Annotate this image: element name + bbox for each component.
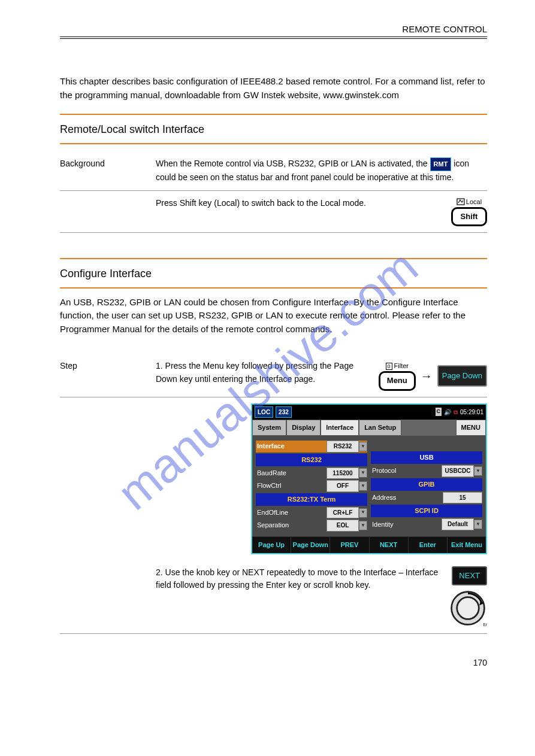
field-flowctrl-value: OFF xyxy=(327,480,359,492)
svg-rect-0 xyxy=(457,199,464,205)
tab-lan[interactable]: Lan Setup xyxy=(359,420,401,436)
footer-pageup[interactable]: Page Up xyxy=(252,537,291,553)
menu-key-label: Menu xyxy=(379,371,416,390)
tab-display[interactable]: Display xyxy=(286,420,321,436)
battery-icon: C xyxy=(436,408,442,416)
field-eol[interactable]: EndOfLine CR+LF▼ xyxy=(256,507,367,519)
network-icon: ⧉ xyxy=(454,408,458,417)
usb-header: USB xyxy=(371,451,482,464)
rmt-icon: RMT xyxy=(430,157,452,171)
shift-key: Local Shift xyxy=(451,197,487,226)
speaker-icon: 🔊 xyxy=(444,408,451,417)
field-protocol[interactable]: Protocol USBCDC▼ xyxy=(371,465,482,477)
field-identity-value: Default xyxy=(442,518,474,530)
svg-point-2 xyxy=(457,597,479,620)
device-screenshot: LOC 232 C 🔊 ⧉ 05:29:01 System Display In… xyxy=(251,403,487,554)
shift-key-above: Local xyxy=(466,197,482,207)
pagedown-button: Page Down xyxy=(437,365,487,387)
field-interface-value: RS232 xyxy=(327,441,359,453)
intro-text: This chapter describes basic configurati… xyxy=(60,75,487,102)
footer-prev[interactable]: PREV xyxy=(330,537,369,553)
section-divider xyxy=(60,287,487,289)
menu-key: 0 Filter Menu xyxy=(379,361,416,390)
dropdown-icon[interactable]: ▼ xyxy=(359,442,367,451)
field-flowctrl[interactable]: FlowCtrl OFF▼ xyxy=(256,480,367,492)
dropdown-icon[interactable]: ▼ xyxy=(359,481,367,491)
field-protocol-value: USBCDC xyxy=(442,465,474,477)
field-baudrate-label: BaudRate xyxy=(256,468,327,478)
field-protocol-label: Protocol xyxy=(371,466,442,476)
field-identity[interactable]: Identity Default▼ xyxy=(371,518,482,530)
step-label: Step xyxy=(60,360,156,390)
section-divider xyxy=(60,143,487,144)
knob-icon: Enter xyxy=(449,589,487,627)
mode-chip: 232 xyxy=(276,406,292,418)
tab-interface[interactable]: Interface xyxy=(321,420,359,436)
tab-menu[interactable]: MENU xyxy=(456,420,486,436)
field-address[interactable]: Address 15 xyxy=(371,492,482,504)
field-separation-value: EOL xyxy=(327,520,359,532)
section-title-configure: Configure Interface xyxy=(60,268,487,280)
section-divider xyxy=(60,114,487,115)
next-button: NEXT xyxy=(452,566,487,585)
switch-text: Press Shift key (Local) to switch back t… xyxy=(156,197,445,210)
background-label: Background xyxy=(60,157,156,184)
footer-pagedown[interactable]: Page Down xyxy=(291,537,330,553)
arrow-right-icon: → xyxy=(421,367,433,385)
dropdown-icon[interactable]: ▼ xyxy=(359,508,367,518)
step2-text: 2. Use the knob key or NEXT repeatedly t… xyxy=(156,566,443,592)
dropdown-icon[interactable]: ▼ xyxy=(359,468,367,478)
tab-system[interactable]: System xyxy=(252,420,286,436)
field-baudrate[interactable]: BaudRate 115200▼ xyxy=(256,467,367,479)
gpib-header: GPIB xyxy=(371,478,482,491)
section-divider xyxy=(60,258,487,259)
local-icon xyxy=(457,198,465,205)
chapter-header: REMOTE CONTROL xyxy=(60,24,487,39)
footer-next[interactable]: NEXT xyxy=(370,537,409,553)
field-address-label: Address xyxy=(371,493,443,503)
field-eol-label: EndOfLine xyxy=(256,508,327,518)
txterm-header: RS232:TX Term xyxy=(256,493,367,506)
scpi-header: SCPI ID xyxy=(371,505,482,517)
device-tabbar: System Display Interface Lan Setup MENU xyxy=(252,420,486,436)
field-interface[interactable]: Interface RS232▼ xyxy=(256,441,367,453)
page-number: 170 xyxy=(60,658,487,667)
field-separation-label: Separation xyxy=(256,520,327,530)
loc-chip: LOC xyxy=(255,406,273,418)
text-before: When the Remote control via USB, RS232, … xyxy=(156,159,430,168)
svg-text:Enter: Enter xyxy=(483,623,487,627)
field-identity-label: Identity xyxy=(371,520,442,530)
shift-key-label: Shift xyxy=(451,207,487,226)
field-separation[interactable]: Separation EOL▼ xyxy=(256,520,367,532)
field-address-value: 15 xyxy=(443,492,482,504)
time-display: 05:29:01 xyxy=(460,408,483,417)
footer-exitmenu[interactable]: Exit Menu xyxy=(448,537,486,553)
configure-body: An USB, RS232, GPIB or LAN could be chos… xyxy=(60,296,487,336)
field-flowctrl-label: FlowCtrl xyxy=(256,481,327,491)
background-text: When the Remote control via USB, RS232, … xyxy=(156,157,487,184)
menu-key-above: Filter xyxy=(394,362,409,369)
footer-enter[interactable]: Enter xyxy=(409,537,448,553)
dropdown-icon[interactable]: ▼ xyxy=(474,466,482,476)
field-baudrate-value: 115200 xyxy=(327,467,359,479)
field-interface-label: Interface xyxy=(256,441,327,451)
field-eol-value: CR+LF xyxy=(327,507,359,519)
section-title-remote-local: Remote/Local switch Interface xyxy=(60,123,487,136)
row-divider xyxy=(60,633,487,634)
device-footer: Page Up Page Down PREV NEXT Enter Exit M… xyxy=(252,536,486,553)
step1-text: 1. Press the Menu key followed by pressi… xyxy=(156,360,373,385)
rs232-header: RS232 xyxy=(256,454,367,466)
dropdown-icon[interactable]: ▼ xyxy=(359,521,367,530)
dropdown-icon[interactable]: ▼ xyxy=(474,520,482,529)
